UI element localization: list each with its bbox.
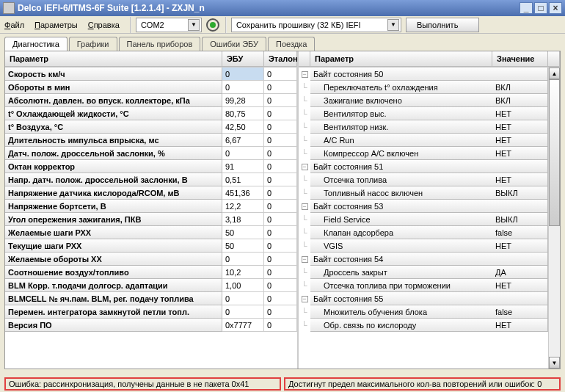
table-row[interactable]: Октан корректор910: [5, 160, 297, 173]
tree-row[interactable]: └Дроссель закрытДА: [299, 266, 548, 279]
tree-row[interactable]: └Отсечка топлива при торможенииНЕТ: [299, 279, 548, 292]
table-row[interactable]: Обороты в мин00: [5, 81, 297, 94]
header-ebu[interactable]: ЭБУ: [222, 51, 264, 67]
scroll-thumb[interactable]: [549, 79, 560, 226]
value-cell: 0: [222, 68, 264, 81]
param-cell: BLMCELL № яч.пам. BLM, рег. подачу топли…: [5, 292, 222, 305]
tree-toggle[interactable]: −: [299, 292, 310, 305]
scroll-track[interactable]: [549, 79, 560, 357]
tree-row[interactable]: └Топливный насос включенВЫКЛ: [299, 186, 548, 200]
param-label: Клапан адсорбера: [310, 226, 492, 239]
tree-toggle[interactable]: −: [299, 160, 310, 173]
value-cell: false: [492, 226, 548, 239]
tree-toggle[interactable]: −: [299, 253, 310, 266]
tree-row[interactable]: −Байт состояния 51: [299, 160, 548, 173]
table-row[interactable]: Скорость км/ч00: [5, 68, 297, 81]
value-cell: 80,75: [222, 107, 264, 120]
tree-row[interactable]: └Переключатель t° охлажденияВКЛ: [299, 81, 548, 94]
execute-button[interactable]: Выполнить: [406, 18, 479, 32]
tree-row[interactable]: └Вентилятор выс.НЕТ: [299, 107, 548, 120]
table-row[interactable]: Перемен. интегратора замкнутой петли топ…: [5, 305, 297, 319]
tree-row[interactable]: └VGISНЕТ: [299, 239, 548, 253]
etalon-cell: 0: [264, 226, 297, 239]
table-row[interactable]: Напряжение бортсети, В12,20: [5, 200, 297, 213]
com-port-select[interactable]: COM2 ▼: [136, 18, 202, 32]
close-button[interactable]: ×: [549, 2, 562, 14]
minimize-button[interactable]: _: [520, 2, 533, 14]
tree-row[interactable]: └Клапан адсорбераfalse: [299, 226, 548, 239]
tree-row[interactable]: −Байт состояния 55: [299, 292, 548, 305]
tree-toggle[interactable]: −: [299, 68, 310, 81]
expand-icon[interactable]: −: [302, 256, 308, 263]
header-rparam[interactable]: Параметр: [310, 51, 492, 67]
table-row[interactable]: t° Охлаждающей жидкости, °C80,750: [5, 107, 297, 120]
vertical-scrollbar[interactable]: ▲ ▼: [548, 68, 560, 369]
chevron-down-icon[interactable]: ▼: [188, 19, 200, 31]
param-cell: Желаемые обороты ХХ: [5, 253, 222, 266]
table-row[interactable]: Версия ПО0x77770: [5, 319, 297, 332]
table-row[interactable]: Датч. полож. дроссельной заслонки, %00: [5, 147, 297, 160]
header-etalon[interactable]: Эталон: [264, 51, 297, 67]
param-label: Field Service: [310, 213, 492, 226]
param-cell: Перемен. интегратора замкнутой петли топ…: [5, 305, 222, 319]
table-row[interactable]: Напряжение датчика кислорода/RCOM, мВ451…: [5, 186, 297, 200]
tree-row[interactable]: −Байт состояния 53: [299, 200, 548, 213]
table-row[interactable]: Желаемые шаги РХХ500: [5, 226, 297, 239]
etalon-cell: 0: [264, 160, 297, 173]
connect-button[interactable]: [206, 18, 219, 32]
value-cell: 451,36: [222, 186, 264, 200]
table-row[interactable]: Соотношение воздух/топливо10,20: [5, 266, 297, 279]
content: Параметр ЭБУ Эталон Скорость км/ч00Оборо…: [4, 51, 561, 369]
tab-dashboard[interactable]: Панель приборов: [119, 37, 201, 51]
tab-trip[interactable]: Поездка: [268, 37, 315, 51]
scroll-up-button[interactable]: ▲: [549, 68, 560, 79]
tree-row[interactable]: └Компрессор А/С включенНЕТ: [299, 147, 548, 160]
tree-row[interactable]: −Байт состояния 50: [299, 68, 548, 81]
expand-icon[interactable]: −: [302, 296, 308, 302]
table-row[interactable]: BLM Корр. т.подачи долгоср. адаптации1,0…: [5, 279, 297, 292]
expand-icon[interactable]: −: [302, 164, 308, 170]
tree-toggle[interactable]: −: [299, 200, 310, 213]
table-row[interactable]: Абсолютн. давлен. во впуск. коллекторе, …: [5, 94, 297, 107]
value-cell: 0: [222, 305, 264, 319]
tree-row[interactable]: −Байт состояния 54: [299, 253, 548, 266]
expand-icon[interactable]: −: [302, 71, 308, 78]
tree-row[interactable]: └Зажигание включеноВКЛ: [299, 94, 548, 107]
tree-row[interactable]: └Множитель обучения блокаfalse: [299, 305, 548, 319]
table-row[interactable]: Длительность импульса впрыска, мс6,670: [5, 134, 297, 147]
tree-row[interactable]: └A/C RunНЕТ: [299, 134, 548, 147]
menu-help[interactable]: Справка: [88, 21, 120, 29]
table-row[interactable]: Угол опережения зажигания, ПКВ3,180: [5, 213, 297, 226]
expand-icon[interactable]: −: [302, 203, 308, 210]
menu-file[interactable]: ФФайлайл: [4, 21, 24, 29]
param-label: Байт состояния 55: [310, 292, 492, 305]
tree-row[interactable]: └Field ServiceВЫКЛ: [299, 213, 548, 226]
tab-ecu-errors[interactable]: Ошибки ЭБУ: [202, 37, 266, 51]
scroll-down-button[interactable]: ▼: [549, 357, 560, 369]
com-port-value: COM2: [138, 21, 188, 29]
table-row[interactable]: Напр. датч. полож. дроссельной заслонки,…: [5, 173, 297, 186]
param-label: Переключатель t° охлаждения: [310, 81, 492, 94]
menu-params[interactable]: Параметры: [34, 21, 78, 29]
value-cell: НЕТ: [492, 147, 548, 160]
table-row[interactable]: t° Воздуха, °C42,500: [5, 120, 297, 134]
table-row[interactable]: Желаемые обороты ХХ00: [5, 253, 297, 266]
tree-row[interactable]: └Вентилятор низк.НЕТ: [299, 120, 548, 134]
maximize-button[interactable]: □: [534, 2, 547, 14]
tree-row[interactable]: └Обр. связь по кислородуНЕТ: [299, 319, 548, 332]
param-cell: Абсолютн. давлен. во впуск. коллекторе, …: [5, 94, 222, 107]
table-row[interactable]: BLMCELL № яч.пам. BLM, рег. подачу топли…: [5, 292, 297, 305]
tab-graphs[interactable]: Графики: [69, 37, 117, 51]
right-header-row: Параметр Значение: [299, 51, 560, 68]
firmware-select[interactable]: Сохранить прошивку (32 КБ) IEFI ▼: [231, 18, 401, 32]
chevron-down-icon[interactable]: ▼: [387, 19, 399, 31]
param-label: Отсечка топлива при торможении: [310, 279, 492, 292]
tree-toggle: └: [299, 147, 310, 160]
tree-row[interactable]: └Отсечка топливаНЕТ: [299, 173, 548, 186]
tab-diagnostics[interactable]: Диагностика: [4, 37, 68, 51]
table-row[interactable]: Текущие шаги РХХ500: [5, 239, 297, 253]
etalon-cell: 0: [264, 213, 297, 226]
param-label: Байт состояния 50: [310, 68, 492, 81]
header-param[interactable]: Параметр: [5, 51, 222, 67]
header-rvalue[interactable]: Значение: [492, 51, 548, 67]
